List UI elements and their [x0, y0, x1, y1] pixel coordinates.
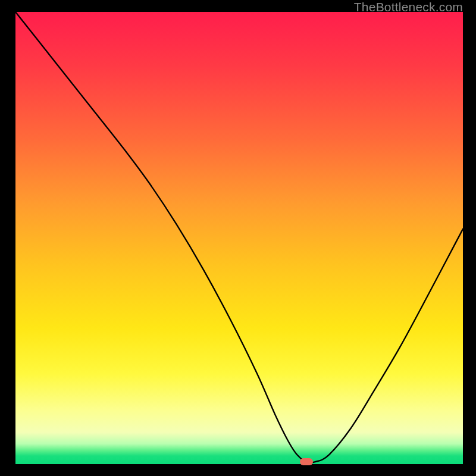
plot-area: [15, 12, 463, 464]
bottleneck-curve: [15, 12, 463, 463]
minimum-marker: [300, 458, 313, 465]
curve-svg: [15, 12, 463, 464]
chart-frame: TheBottleneck.com: [0, 0, 476, 476]
watermark-text: TheBottleneck.com: [354, 0, 463, 14]
